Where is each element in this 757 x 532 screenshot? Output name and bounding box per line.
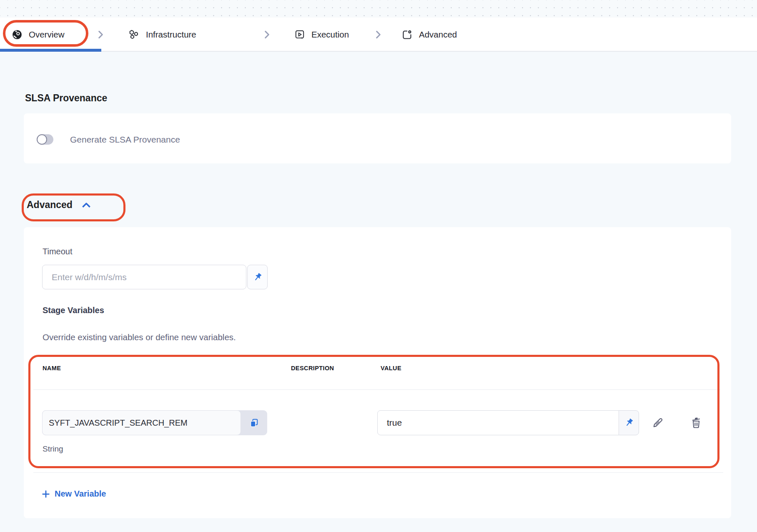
toggle-thumb [37,134,47,145]
execution-icon [294,29,305,40]
tab-overview[interactable]: Overview [12,18,64,52]
column-header-value: VALUE [381,365,401,371]
active-tab-indicator [0,49,101,52]
stage-variables-description: Override existing variables or define ne… [43,332,236,342]
edit-pencil-icon[interactable] [649,414,667,432]
copy-icon[interactable] [241,410,267,435]
timeout-label: Timeout [43,247,73,256]
tab-infrastructure[interactable]: Infrastructure [127,18,196,52]
chevron-right-icon [373,18,384,52]
tab-advanced-label: Advanced [419,30,457,40]
new-variable-button[interactable]: New Variable [41,489,106,499]
advanced-card: Timeout Stage Variables Override existin… [24,227,731,518]
tab-infrastructure-label: Infrastructure [146,30,196,40]
plus-icon [41,489,50,499]
new-variable-label: New Variable [55,489,106,499]
stage-variables-heading: Stage Variables [43,306,104,315]
tab-execution-label: Execution [311,30,349,40]
table-header-divider [33,389,720,390]
advanced-gear-icon [401,29,413,40]
advanced-section-toggle[interactable]: Advanced [27,199,93,211]
tab-advanced[interactable]: Advanced [401,18,457,52]
tab-execution[interactable]: Execution [294,18,349,52]
generate-slsa-toggle-label: Generate SLSA Provenance [70,135,180,145]
generate-slsa-toggle[interactable] [37,134,53,145]
overview-icon [12,29,23,40]
tab-overview-label: Overview [29,30,64,40]
chevron-up-icon [80,200,93,210]
timeout-input-type-pin-button[interactable] [247,265,268,289]
slsa-provenance-heading: SLSA Provenance [25,93,107,104]
variable-name-field-group [42,410,267,435]
value-input-type-pin-button[interactable] [619,410,639,435]
slsa-provenance-card: Generate SLSA Provenance [24,113,731,163]
stage-tabbar: Overview Infrastructure Exec [0,18,757,52]
timeout-input[interactable] [42,265,246,289]
variable-name-input[interactable] [42,410,241,435]
chevron-right-icon [261,18,272,52]
infrastructure-icon [127,29,140,40]
chevron-right-icon [95,18,106,52]
variable-value-input[interactable] [377,410,619,435]
advanced-heading-label: Advanced [27,199,73,211]
table-bottom-divider [33,472,723,473]
pipeline-canvas-dots [0,0,757,18]
trash-icon[interactable] [687,414,705,432]
column-header-description: DESCRIPTION [291,365,334,371]
column-header-name: NAME [43,365,61,371]
variable-type-label: String [43,444,63,454]
